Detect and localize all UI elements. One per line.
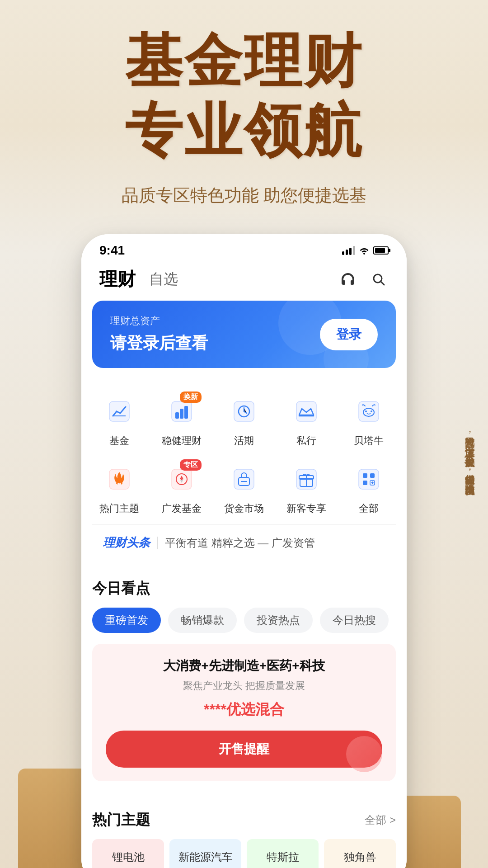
fire-icon — [108, 467, 131, 491]
login-button[interactable]: 登录 — [320, 319, 378, 350]
menu-label-hottheme: 热门主题 — [99, 502, 139, 515]
headset-icon-btn[interactable] — [338, 269, 358, 289]
banner-content: 理财总资产 请登录后查看 — [110, 314, 208, 354]
svg-rect-4 — [175, 412, 179, 419]
menu-item-huoqi[interactable]: 活期 — [215, 389, 273, 452]
menu-icon-wrap-7: 专区 — [164, 461, 200, 497]
search-icon-btn[interactable] — [369, 269, 389, 289]
menu-grid: 基金 换新 稳健理财 — [81, 375, 407, 524]
svg-rect-29 — [363, 473, 367, 478]
svg-rect-6 — [184, 406, 188, 419]
svg-rect-11 — [359, 401, 379, 421]
open-sale-button[interactable]: 开售提醒 — [106, 731, 382, 768]
menu-label-wenjian: 稳健理财 — [162, 434, 202, 448]
news-text: 平衡有道 精粹之选 — 广发资管 — [165, 536, 315, 550]
subtitle-section: 品质专区特色功能 助您便捷选基 — [122, 184, 367, 207]
menu-icon-wrap-6 — [101, 461, 137, 497]
menu-item-betanou[interactable]: 贝塔牛 — [340, 389, 398, 452]
svg-rect-30 — [370, 473, 375, 478]
fund-card: 大消费+先进制造+医药+科技 聚焦产业龙头 把握质量发展 ****优选混合 开售… — [92, 644, 396, 781]
menu-icon-wrap-2: 换新 — [164, 393, 200, 429]
fund-card-avatar — [346, 736, 382, 772]
bag-icon — [232, 467, 256, 491]
menu-item-hottheme[interactable]: 热门主题 — [90, 457, 148, 520]
tab-jinrisore[interactable]: 今日热搜 — [320, 608, 389, 633]
menu-icon-wrap — [101, 393, 137, 429]
status-time: 9:41 — [99, 243, 125, 258]
tab-touzire[interactable]: 投资热点 — [244, 608, 313, 633]
svg-point-20 — [181, 478, 183, 480]
fund-card-desc: 聚焦产业龙头 把握质量发展 — [106, 679, 382, 693]
hero-title: 基金理财 专业领航 — [125, 27, 363, 166]
theme-tab-1[interactable]: 锂电池 — [92, 839, 164, 868]
today-tabs: 重磅首发 畅销爆款 投资热点 今日热搜 — [92, 608, 396, 633]
svg-rect-2 — [109, 401, 129, 421]
nav-title-sub: 自选 — [149, 269, 178, 289]
svg-rect-31 — [363, 481, 367, 485]
svg-rect-21 — [234, 469, 254, 489]
news-divider — [157, 537, 158, 549]
theme-tab-2[interactable]: 新能源汽车 — [169, 839, 241, 868]
menu-item-sixing[interactable]: 私行 — [277, 389, 335, 452]
today-section-title: 今日看点 — [92, 579, 396, 599]
menu-item-guangfa[interactable]: 专区 广发基金 — [153, 457, 211, 520]
menu-icon-wrap-8 — [226, 461, 262, 497]
compass-icon — [170, 467, 193, 491]
menu-item-jijin[interactable]: 基金 — [90, 389, 148, 452]
hot-section-title: 热门主题 — [92, 810, 150, 830]
status-icons — [342, 246, 389, 255]
menu-label-sixing: 私行 — [296, 434, 316, 448]
menu-label-money-market: 货金市场 — [224, 502, 264, 515]
menu-item-money-market[interactable]: 货金市场 — [215, 457, 273, 520]
menu-label-jijin: 基金 — [109, 434, 129, 448]
svg-rect-9 — [296, 401, 316, 421]
svg-point-13 — [365, 410, 367, 412]
search-icon — [371, 271, 387, 288]
gift-icon — [295, 467, 318, 491]
news-ticker[interactable]: 理财头条 平衡有道 精粹之选 — 广发资管 — [92, 524, 396, 561]
menu-label-guangfa: 广发基金 — [162, 502, 202, 515]
hot-more-link[interactable]: 全部 > — [365, 813, 396, 827]
nav-title-main: 理财 — [99, 267, 136, 292]
bar-icon — [170, 400, 193, 423]
svg-rect-28 — [359, 469, 379, 489]
crown-icon — [295, 400, 318, 423]
cow-icon — [357, 400, 380, 423]
battery-icon — [373, 246, 389, 255]
menu-icon-wrap-3 — [226, 393, 262, 429]
headset-icon — [340, 271, 356, 288]
news-brand: 理财头条 — [103, 535, 150, 551]
badge-zone-1: 专区 — [180, 459, 202, 471]
menu-icon-wrap-5 — [351, 393, 387, 429]
menu-label-betanou: 贝塔牛 — [354, 434, 384, 448]
fund-card-title: 大消费+先进制造+医药+科技 — [106, 657, 382, 675]
fund-card-name: ****优选混合 — [106, 700, 382, 720]
tab-chongpang[interactable]: 重磅首发 — [92, 608, 161, 633]
theme-tabs: 锂电池 新能源汽车 特斯拉 独角兽 — [92, 839, 396, 868]
menu-icon-wrap-9 — [288, 461, 324, 497]
theme-tab-4[interactable]: 独角兽 — [324, 839, 396, 868]
nav-icons — [338, 269, 389, 289]
menu-item-all[interactable]: 全部 — [340, 457, 398, 520]
svg-line-1 — [380, 281, 384, 285]
menu-item-wenjian[interactable]: 换新 稳健理财 — [153, 389, 211, 452]
subtitle-text: 品质专区特色功能 助您便捷选基 — [122, 186, 367, 205]
wifi-icon — [359, 246, 370, 255]
grid-icon — [357, 467, 380, 491]
login-banner: 理财总资产 请登录后查看 登录 — [92, 301, 396, 368]
menu-label-newuser: 新客专享 — [286, 502, 326, 515]
nav-bar: 理财 自选 — [81, 262, 407, 301]
status-bar: 9:41 — [81, 234, 407, 262]
menu-label-all: 全部 — [359, 502, 379, 515]
tab-changsiao[interactable]: 畅销爆款 — [168, 608, 237, 633]
hero-title-line1: 基金理财 — [125, 27, 363, 97]
theme-tab-3[interactable]: 特斯拉 — [247, 839, 319, 868]
banner-label: 理财总资产 — [110, 314, 208, 328]
menu-label-huoqi: 活期 — [234, 434, 254, 448]
menu-icon-wrap-10 — [351, 461, 387, 497]
badge-new-1: 换新 — [180, 392, 202, 403]
menu-item-newuser[interactable]: 新客专享 — [277, 457, 335, 520]
menu-icon-wrap-4 — [288, 393, 324, 429]
today-section: 今日看点 重磅首发 畅销爆款 投资热点 今日热搜 大消费+先进制造+医药+科技 … — [81, 568, 407, 792]
phone-mockup: 9:41 理财 自选 — [81, 234, 407, 868]
